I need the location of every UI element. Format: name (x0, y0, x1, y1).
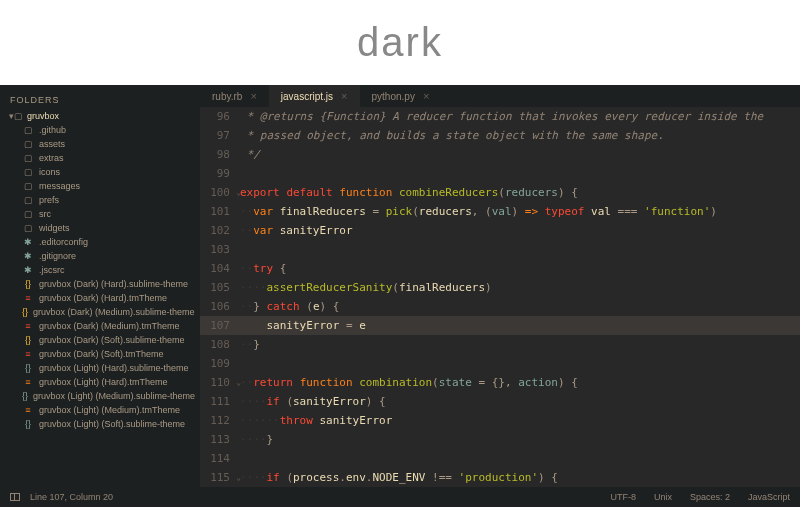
file-label: icons (39, 167, 60, 177)
conf-icon: ✱ (22, 251, 34, 261)
file-label: gruvbox (Light) (Medium).sublime-theme (33, 391, 195, 401)
code-line: 99 (200, 164, 800, 183)
line-number: 106 (200, 297, 240, 316)
sidebar-item[interactable]: ✱.gitignore (0, 249, 200, 263)
line-content: ····} (240, 430, 800, 449)
panel-toggle-icon[interactable] (10, 493, 20, 501)
folder-icon: ▢ (22, 125, 34, 135)
folder-icon: ▢ (22, 167, 34, 177)
code-line: 112······throw sanityError (200, 411, 800, 430)
status-encoding[interactable]: UTF-8 (610, 492, 636, 502)
editor-window: FOLDERS ▾▢ gruvbox ▢.github▢assets▢extra… (0, 85, 800, 507)
file-tab[interactable]: javascript.js× (269, 85, 360, 107)
line-content: ··try { (240, 259, 800, 278)
sidebar-item[interactable]: ✱.jscsrc (0, 263, 200, 277)
file-label: widgets (39, 223, 70, 233)
file-label: gruvbox (Dark) (Medium).sublime-theme (33, 307, 195, 317)
sidebar-item[interactable]: {}gruvbox (Light) (Medium).sublime-theme (0, 389, 200, 403)
line-content: ··} (240, 335, 800, 354)
braces-y-icon: {} (22, 279, 34, 289)
code-line: 102··var sanityError (200, 221, 800, 240)
code-line: 113····} (200, 430, 800, 449)
sidebar-item[interactable]: {}gruvbox (Light) (Hard).sublime-theme (0, 361, 200, 375)
line-number: 104 (200, 259, 240, 278)
line-number: 96 (200, 107, 240, 126)
file-label: .jscsrc (39, 265, 65, 275)
line-number: 110⌄ (200, 373, 240, 392)
line-content: */ (240, 145, 800, 164)
fold-icon[interactable]: ⌄ (236, 468, 241, 487)
folder-label: gruvbox (27, 111, 59, 121)
sidebar-item[interactable]: ✱.editorconfig (0, 235, 200, 249)
sidebar-item[interactable]: ≡gruvbox (Dark) (Medium).tmTheme (0, 319, 200, 333)
code-line: 98 */ (200, 145, 800, 164)
sidebar-item[interactable]: {}gruvbox (Dark) (Medium).sublime-theme (0, 305, 200, 319)
status-syntax[interactable]: JavaScript (748, 492, 790, 502)
sidebar-root-folder[interactable]: ▾▢ gruvbox (0, 109, 200, 123)
code-line: 96 * @returns {Function} A reducer funct… (200, 107, 800, 126)
braces-b-icon: {} (22, 419, 34, 429)
sidebar-item[interactable]: ▢widgets (0, 221, 200, 235)
status-cursor[interactable]: Line 107, Column 20 (30, 492, 113, 502)
line-content (240, 164, 800, 183)
close-icon[interactable]: × (250, 90, 256, 102)
sidebar-item[interactable]: ≡gruvbox (Light) (Hard).tmTheme (0, 375, 200, 389)
sidebar-item[interactable]: ≡gruvbox (Light) (Medium).tmTheme (0, 403, 200, 417)
code-line: 114 (200, 449, 800, 468)
line-number: 100⌄ (200, 183, 240, 202)
line-number: 111 (200, 392, 240, 411)
line-content: ··var sanityError (240, 221, 800, 240)
line-number: 107 (200, 316, 240, 335)
folder-icon: ▢ (22, 139, 34, 149)
sidebar-item[interactable]: ▢src (0, 207, 200, 221)
file-tab[interactable]: python.py× (360, 85, 442, 107)
tab-label: ruby.rb (212, 91, 242, 102)
code-editor[interactable]: 96 * @returns {Function} A reducer funct… (200, 107, 800, 487)
sidebar-item[interactable]: ▢messages (0, 179, 200, 193)
sidebar-item[interactable]: {}gruvbox (Light) (Soft).sublime-theme (0, 417, 200, 431)
line-number: 97 (200, 126, 240, 145)
close-icon[interactable]: × (341, 90, 347, 102)
line-content: ····assertReducerSanity(finalReducers) (240, 278, 800, 297)
fold-icon[interactable]: ⌄ (236, 373, 241, 392)
file-label: extras (39, 153, 64, 163)
tab-bar: ruby.rb×javascript.js×python.py× (200, 85, 800, 107)
file-label: gruvbox (Dark) (Soft).sublime-theme (39, 335, 185, 345)
line-number: 112 (200, 411, 240, 430)
sidebar-item[interactable]: ▢prefs (0, 193, 200, 207)
file-label: assets (39, 139, 65, 149)
code-line: 111····if (sanityError) { (200, 392, 800, 411)
line-number: 113 (200, 430, 240, 449)
code-line: 104··try { (200, 259, 800, 278)
folder-icon: ▢ (22, 209, 34, 219)
sidebar-heading: FOLDERS (0, 91, 200, 109)
line-number: 99 (200, 164, 240, 183)
sidebar-item[interactable]: ▢extras (0, 151, 200, 165)
folder-icon: ▢ (22, 153, 34, 163)
braces-y-icon: {} (22, 307, 28, 317)
line-number: 108 (200, 335, 240, 354)
line-number: 101 (200, 202, 240, 221)
settings-r-icon: ≡ (22, 293, 34, 303)
file-label: gruvbox (Dark) (Medium).tmTheme (39, 321, 180, 331)
sidebar-item[interactable]: ▢icons (0, 165, 200, 179)
line-content: * passed object, and builds a state obje… (240, 126, 800, 145)
line-content (240, 449, 800, 468)
line-content: ····if (process.env.NODE_ENV !== 'produc… (240, 468, 800, 487)
file-label: prefs (39, 195, 59, 205)
file-tab[interactable]: ruby.rb× (200, 85, 269, 107)
sidebar-item[interactable]: ≡gruvbox (Dark) (Hard).tmTheme (0, 291, 200, 305)
sidebar-item[interactable]: ▢assets (0, 137, 200, 151)
sidebar-item[interactable]: ▢.github (0, 123, 200, 137)
settings-o-icon: ≡ (22, 405, 34, 415)
close-icon[interactable]: × (423, 90, 429, 102)
sidebar-item[interactable]: {}gruvbox (Dark) (Soft).sublime-theme (0, 333, 200, 347)
file-label: gruvbox (Dark) (Hard).tmTheme (39, 293, 167, 303)
sidebar-item[interactable]: {}gruvbox (Dark) (Hard).sublime-theme (0, 277, 200, 291)
status-indent[interactable]: Spaces: 2 (690, 492, 730, 502)
status-line-endings[interactable]: Unix (654, 492, 672, 502)
fold-icon[interactable]: ⌄ (236, 183, 241, 202)
sidebar-item[interactable]: ≡gruvbox (Dark) (Soft).tmTheme (0, 347, 200, 361)
file-label: .github (39, 125, 66, 135)
line-content (240, 354, 800, 373)
